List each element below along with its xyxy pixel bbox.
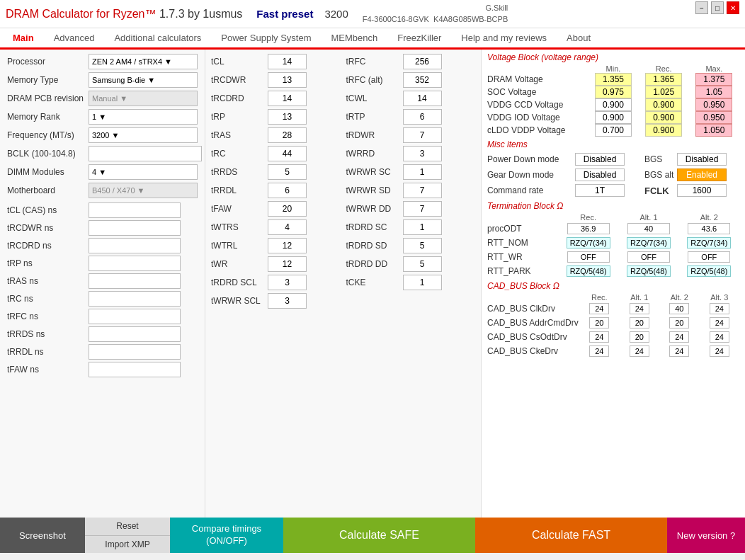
tab-about[interactable]: About xyxy=(557,28,601,47)
tab-advanced[interactable]: Advanced xyxy=(44,28,105,47)
tcl-ns-input[interactable]: 8,869 xyxy=(89,202,181,218)
trrds-ns-input[interactable]: 3,500 xyxy=(89,326,181,342)
twrwr-dd-input[interactable] xyxy=(403,201,442,217)
table-row: VDDG IOD Voltage 0.900 0.900 0.950 xyxy=(487,111,739,124)
trcdwr-input[interactable] xyxy=(268,72,307,88)
calculate-safe-button[interactable]: Calculate SAFE xyxy=(283,518,475,553)
processor-dropdown[interactable]: ZEN 2 AM4 / sTRX4 ▼ xyxy=(89,54,198,69)
trrdl-ns-input[interactable]: 5,000 xyxy=(89,344,181,360)
trc-label: tRC xyxy=(211,149,268,159)
table-row: CAD_BUS ClkDrv 24 24 40 24 xyxy=(487,302,739,316)
twtrs-label: tWTRS xyxy=(211,222,268,232)
twrwr-scl-input[interactable] xyxy=(268,293,307,309)
trdrd-sd-input[interactable] xyxy=(403,238,442,253)
tcwl-input[interactable] xyxy=(403,91,442,106)
cad-table: Rec. Alt. 1 Alt. 2 Alt. 3 CAD_BUS ClkDrv… xyxy=(487,293,739,358)
tras-input[interactable] xyxy=(268,127,307,143)
bclk-label: BCLK (100-104.8) xyxy=(7,149,89,159)
trp-ns-label: tRP ns xyxy=(7,258,89,268)
trdrd-sc-input[interactable] xyxy=(403,219,442,235)
trc-ns-label: tRC ns xyxy=(7,294,89,304)
term-block-title: Termination Block Ω xyxy=(487,201,739,211)
trfc-alt-input[interactable] xyxy=(403,72,442,88)
trfc-label: tRFC xyxy=(346,57,403,67)
navbar: Main Advanced Additional calculators Pow… xyxy=(0,28,745,50)
table-row: Power Down mode Disabled BGS Disabled xyxy=(487,152,739,167)
close-button[interactable]: ✕ xyxy=(727,1,739,14)
mobo-dropdown[interactable]: B450 / X470 ▼ xyxy=(89,183,198,198)
tab-additional[interactable]: Additional calculators xyxy=(104,28,211,47)
trrds-label2: tRRDS xyxy=(211,167,268,177)
tcke-input[interactable] xyxy=(403,275,442,290)
maximize-button[interactable]: □ xyxy=(711,1,724,14)
trdrd-dd-input[interactable] xyxy=(403,256,442,272)
calculate-fast-button[interactable]: Calculate FAST xyxy=(475,518,667,553)
tab-membench[interactable]: MEMbench xyxy=(321,28,387,47)
rank-dropdown[interactable]: 1 ▼ xyxy=(89,109,198,125)
tras-label: tRAS xyxy=(211,130,268,140)
trrdl-label2: tRRDL xyxy=(211,185,268,195)
window-controls[interactable]: − □ ✕ xyxy=(695,0,739,14)
pcb-dropdown[interactable]: Manual ▼ xyxy=(89,91,198,106)
trp-input[interactable] xyxy=(268,109,307,125)
trcdrd-ns-input[interactable]: 8,869 xyxy=(89,238,181,253)
cad-block-title: CAD_BUS Block Ω xyxy=(487,281,739,291)
term-table: Rec. Alt. 1 Alt. 2 procODT 36.9 40 43.6 … xyxy=(487,213,739,278)
tfaw-ns-label: tFAW ns xyxy=(7,365,89,375)
twrwr-sc-input[interactable] xyxy=(403,164,442,180)
tcwl-label: tCWL xyxy=(346,93,403,103)
trrds-input[interactable] xyxy=(268,164,307,180)
table-row: CAD_BUS CsOdtDrv 24 20 24 24 xyxy=(487,330,739,344)
table-row: SOC Voltage 0.975 1.025 1.05 xyxy=(487,86,739,98)
tcl-input[interactable] xyxy=(268,54,307,69)
trc-ns-input[interactable]: 28,639 xyxy=(89,291,181,307)
table-row: CAD_BUS AddrCmdDrv 20 20 20 24 xyxy=(487,316,739,330)
tab-help[interactable]: Help and my reviews xyxy=(451,28,557,47)
tras-ns-input[interactable]: 19,875 xyxy=(89,273,181,289)
rank-label: Memory Rank xyxy=(7,112,89,122)
table-row: procODT 36.9 40 43.6 xyxy=(487,222,739,236)
trfc-ns-input[interactable]: 350,000 xyxy=(89,309,181,324)
twr-label: tWR xyxy=(211,259,268,269)
trtp-input[interactable] xyxy=(403,109,442,125)
app-title: DRAM Calculator for Ryzen™ DRAM Calculat… xyxy=(6,8,242,21)
twrwr-sd-input[interactable] xyxy=(403,183,442,198)
table-row: DRAM Voltage 1.355 1.365 1.375 xyxy=(487,73,739,86)
voltage-block-title: Voltage Block (voltage range) xyxy=(487,52,739,62)
trcdwr-ns-input[interactable]: 8,869 xyxy=(89,220,181,236)
trc-input[interactable] xyxy=(268,146,307,161)
screenshot-button[interactable]: Screenshot xyxy=(0,518,85,553)
tcl-ns-label: tCL (CAS) ns xyxy=(7,205,89,215)
voltage-table: Min. Rec. Max. DRAM Voltage 1.355 1.365 … xyxy=(487,64,739,137)
timing-panel: tCL tRCDWR tRCDRD tRP tRAS xyxy=(205,50,482,518)
memtype-dropdown[interactable]: Samsung B-die ▼ xyxy=(89,72,198,88)
trdrd-scl-input[interactable] xyxy=(268,275,307,290)
tfaw-ns-input[interactable]: 24,000 xyxy=(89,362,181,377)
trdwr-input[interactable] xyxy=(403,127,442,143)
bclk-input[interactable]: 100 xyxy=(89,146,202,161)
trcdrd-input[interactable] xyxy=(268,91,307,106)
reset-button[interactable]: Reset xyxy=(85,518,170,536)
trfc-input[interactable] xyxy=(403,54,442,69)
freq-label: Frequency (MT/s) xyxy=(7,130,89,140)
compare-timings-button[interactable]: Compare timings (ON/OFF) xyxy=(170,518,283,553)
tab-freezkiller[interactable]: FreezKiller xyxy=(387,28,451,47)
twr-input[interactable] xyxy=(268,256,307,272)
twrwr-sc-label: tWRWR SC xyxy=(346,167,403,177)
tab-powersupply[interactable]: Power Supply System xyxy=(211,28,321,47)
import-xmp-button[interactable]: Import XMP xyxy=(85,536,170,554)
trdrd-sc-label: tRDRD SC xyxy=(346,222,403,232)
trp-ns-input[interactable]: 8,869 xyxy=(89,256,181,271)
twrrd-input[interactable] xyxy=(403,146,442,161)
dimm-dropdown[interactable]: 4 ▼ xyxy=(89,164,198,180)
tab-main[interactable]: Main xyxy=(3,28,44,50)
tfaw-input[interactable] xyxy=(268,201,307,217)
freq-dropdown[interactable]: 3200 ▼ xyxy=(89,127,198,143)
twtrl-input[interactable] xyxy=(268,238,307,253)
minimize-button[interactable]: − xyxy=(695,1,708,14)
trfc-ns-label: tRFC ns xyxy=(7,312,89,321)
new-version-button[interactable]: New version ? xyxy=(667,518,745,553)
twtrs-input[interactable] xyxy=(268,219,307,235)
twrwr-scl-label: tWRWR SCL xyxy=(211,296,268,306)
trrdl-input[interactable] xyxy=(268,183,307,198)
